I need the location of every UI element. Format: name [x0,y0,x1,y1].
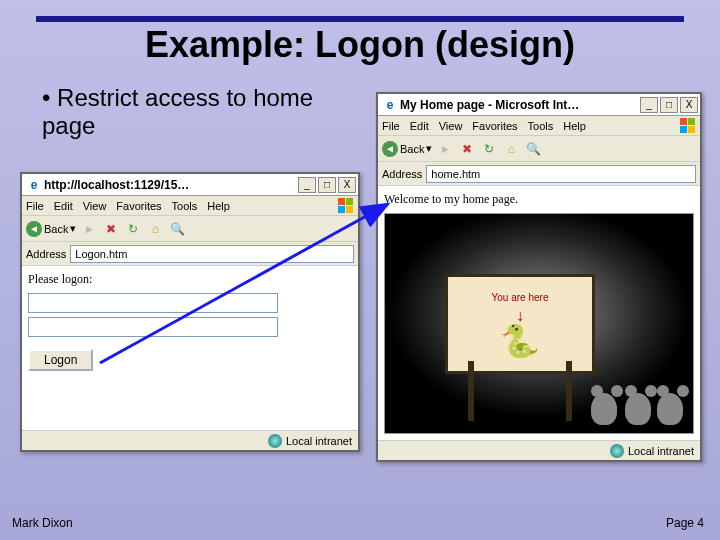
menu-view[interactable]: View [83,200,107,212]
toolbar: ◄ Back ▾ ► ✖ ↻ ⌂ 🔍 [22,216,358,242]
toolbar: ◄ Back ▾ ► ✖ ↻ ⌂ 🔍 [378,136,700,162]
menu-edit[interactable]: Edit [410,120,429,132]
windows-logo-icon [338,198,354,214]
sign-text: You are here [492,292,549,303]
address-input[interactable]: Logon.htm [70,245,354,263]
menu-file[interactable]: File [382,120,400,132]
address-input[interactable]: home.htm [426,165,696,183]
menu-edit[interactable]: Edit [54,200,73,212]
sign-board: You are here ↓ 🐍 [445,274,595,374]
refresh-icon[interactable]: ↻ [124,220,142,238]
menu-view[interactable]: View [439,120,463,132]
menu-help[interactable]: Help [207,200,230,212]
window-title: My Home page - Microsoft Int… [400,98,640,112]
comic-image: You are here ↓ 🐍 [384,213,694,434]
titlebar[interactable]: e My Home page - Microsoft Int… _ □ X [378,94,700,116]
home-icon[interactable]: ⌂ [502,140,520,158]
status-bar: Local intranet [22,430,358,450]
password-field[interactable] [28,317,278,337]
slide-title: Example: Logon (design) [0,24,720,66]
menu-favorites[interactable]: Favorites [472,120,517,132]
back-arrow-icon: ◄ [382,141,398,157]
stop-icon[interactable]: ✖ [102,220,120,238]
menu-help[interactable]: Help [563,120,586,132]
forward-button[interactable]: ► [80,220,98,238]
logon-button[interactable]: Logon [28,349,93,371]
menubar: File Edit View Favorites Tools Help [378,116,700,136]
menubar: File Edit View Favorites Tools Help [22,196,358,216]
logon-prompt: Please logon: [28,272,352,287]
address-bar: Address home.htm [378,162,700,186]
browser-window-home: e My Home page - Microsoft Int… _ □ X Fi… [376,92,702,462]
username-field[interactable] [28,293,278,313]
status-bar: Local intranet [378,440,700,460]
back-button[interactable]: ◄ Back ▾ [26,221,76,237]
refresh-icon[interactable]: ↻ [480,140,498,158]
stop-icon[interactable]: ✖ [458,140,476,158]
windows-logo-icon [680,118,696,134]
security-zone: Local intranet [628,445,694,457]
menu-favorites[interactable]: Favorites [116,200,161,212]
zone-icon [610,444,624,458]
ie-icon: e [383,98,397,112]
arrow-down-icon: ↓ [516,307,524,325]
search-icon[interactable]: 🔍 [524,140,542,158]
footer-page: Page 4 [666,516,704,530]
minimize-button[interactable]: _ [640,97,658,113]
search-icon[interactable]: 🔍 [168,220,186,238]
back-button[interactable]: ◄ Back ▾ [382,141,432,157]
back-label: Back [44,223,68,235]
menu-tools[interactable]: Tools [528,120,554,132]
address-label: Address [26,248,66,260]
address-bar: Address Logon.htm [22,242,358,266]
ie-icon: e [27,178,41,192]
close-button[interactable]: X [680,97,698,113]
security-zone: Local intranet [286,435,352,447]
menu-tools[interactable]: Tools [172,200,198,212]
page-content: Welcome to my home page. You are here ↓ … [378,186,700,440]
browser-window-logon: e http://localhost:1129/15… _ □ X File E… [20,172,360,452]
menu-file[interactable]: File [26,200,44,212]
back-label: Back [400,143,424,155]
back-arrow-icon: ◄ [26,221,42,237]
mouse-figure [657,385,689,425]
home-icon[interactable]: ⌂ [146,220,164,238]
forward-button[interactable]: ► [436,140,454,158]
minimize-button[interactable]: _ [298,177,316,193]
maximize-button[interactable]: □ [318,177,336,193]
titlebar[interactable]: e http://localhost:1129/15… _ □ X [22,174,358,196]
footer-author: Mark Dixon [12,516,73,530]
address-label: Address [382,168,422,180]
mouse-figure [591,385,623,425]
slide-accent-bar [36,16,684,22]
welcome-text: Welcome to my home page. [384,192,694,207]
mouse-figure [625,385,657,425]
slide-bullet: Restrict access to home page [42,84,342,140]
chevron-down-icon: ▾ [70,222,76,235]
close-button[interactable]: X [338,177,356,193]
window-title: http://localhost:1129/15… [44,178,298,192]
maximize-button[interactable]: □ [660,97,678,113]
snake-drawing: 🐍 [500,325,540,357]
page-content: Please logon: Logon [22,266,358,430]
zone-icon [268,434,282,448]
chevron-down-icon: ▾ [426,142,432,155]
